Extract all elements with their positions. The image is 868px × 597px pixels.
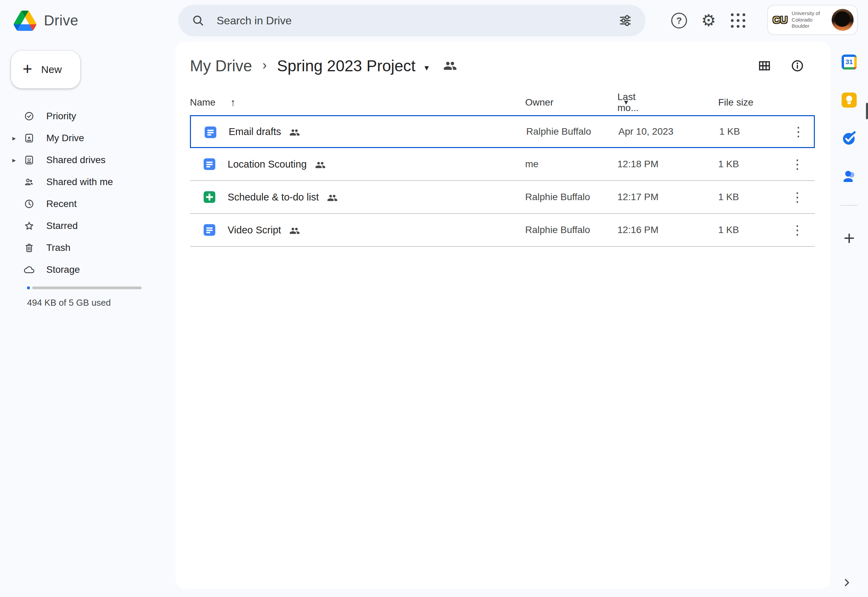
shared-people-icon [289, 127, 300, 138]
more-actions-icon[interactable]: ⋮ [790, 148, 805, 180]
sidebar-item-priority[interactable]: Priority [0, 105, 168, 127]
breadcrumb: My Drive › Spring 2023 Project ▾ [190, 53, 804, 78]
side-panel-divider [841, 205, 858, 206]
shared-with-me-icon [24, 177, 34, 187]
add-icon: + [844, 227, 855, 249]
my-drive-icon [24, 133, 34, 143]
apps-grid-icon [731, 13, 745, 28]
sidebar-item-storage[interactable]: Storage [0, 259, 168, 281]
topbar-actions: ? ⚙ [668, 0, 749, 41]
search-input[interactable] [216, 14, 618, 27]
table-header: Name ↑ Owner Last mo... ▼ File size [190, 92, 815, 113]
file-name: Email drafts [229, 116, 300, 147]
file-size: 1 KB [718, 214, 739, 246]
storage-usage-label: 494 KB of 5 GB used [27, 297, 111, 308]
sidebar-item-my-drive[interactable]: ▸ My Drive [0, 127, 168, 149]
more-actions-icon[interactable]: ⋮ [790, 214, 805, 246]
file-name: Location Scouting [227, 148, 326, 180]
calendar-icon[interactable]: 31 [841, 55, 857, 70]
file-browser-card: My Drive › Spring 2023 Project ▾ Name ↑ … [175, 42, 830, 589]
tasks-icon[interactable] [841, 131, 857, 146]
file-row-email-drafts[interactable]: Email drafts Ralphie Buffalo Apr 10, 202… [190, 115, 815, 148]
docs-file-icon [204, 158, 215, 170]
apps-grid-button[interactable] [727, 9, 749, 32]
contacts-icon[interactable] [841, 169, 857, 184]
sidebar-nav: Priority ▸ My Drive ▸ Shared drives [0, 105, 168, 281]
column-header-name[interactable]: Name [190, 92, 216, 113]
sort-ascending-icon[interactable]: ↑ [230, 92, 235, 113]
view-controls [758, 59, 804, 73]
account-chip[interactable]: CU University of Colorado Boulder [767, 5, 858, 35]
file-owner: Ralphie Buffalo [525, 214, 590, 246]
file-owner: me [525, 148, 538, 180]
file-owner: Ralphie Buffalo [525, 181, 590, 213]
gear-icon: ⚙ [701, 12, 716, 29]
cloud-icon [24, 264, 34, 275]
org-name-line2: Boulder [792, 23, 809, 29]
more-actions-icon[interactable]: ⋮ [790, 181, 805, 213]
new-button[interactable]: + New [11, 51, 80, 88]
sidebar-item-starred[interactable]: Starred [0, 215, 168, 237]
file-modified: 12:16 PM [617, 214, 658, 246]
docs-file-icon [204, 224, 215, 236]
storage-used-segment [27, 287, 30, 289]
org-name: University of Colorado Boulder [792, 10, 832, 30]
org-name-line1: University of Colorado [792, 10, 820, 22]
recent-icon [24, 199, 34, 209]
shared-people-icon [289, 226, 300, 236]
plus-icon: + [22, 61, 32, 77]
shared-people-icon [327, 193, 338, 203]
file-owner: Ralphie Buffalo [526, 116, 591, 147]
file-modified: Apr 10, 2023 [618, 116, 673, 147]
shared-people-icon [315, 160, 326, 170]
folder-menu-caret-icon[interactable]: ▾ [424, 59, 429, 73]
column-header-owner[interactable]: Owner [525, 92, 553, 113]
folder-shared-icon[interactable] [443, 59, 457, 73]
avatar[interactable] [832, 9, 854, 31]
file-row-video-script[interactable]: Video Script Ralphie Buffalo 12:16 PM 1 … [190, 214, 815, 247]
expander-icon[interactable]: ▸ [12, 134, 24, 142]
help-button[interactable]: ? [668, 9, 690, 32]
file-name: Schedule & to-do list [227, 181, 338, 213]
more-actions-icon[interactable]: ⋮ [791, 116, 806, 147]
get-addons-button[interactable]: + [841, 227, 857, 249]
drive-brand[interactable]: Drive [14, 0, 79, 41]
help-icon: ? [671, 13, 687, 28]
star-icon [24, 221, 34, 231]
modified-caret-icon: ▼ [623, 92, 629, 113]
breadcrumb-parent[interactable]: My Drive [190, 56, 252, 75]
grid-view-icon[interactable] [758, 59, 771, 73]
scrollbar-thumb[interactable] [866, 103, 868, 119]
storage-track [32, 287, 141, 289]
google-drive-app: Drive ? ⚙ CU University of Colorado [0, 0, 868, 597]
breadcrumb-current[interactable]: Spring 2023 Project [277, 56, 416, 75]
info-icon[interactable] [791, 59, 804, 73]
trash-icon [24, 243, 34, 253]
app-title: Drive [44, 12, 79, 29]
file-row-schedule-todo[interactable]: Schedule & to-do list Ralphie Buffalo 12… [190, 181, 815, 214]
expander-icon[interactable]: ▸ [12, 156, 24, 164]
drive-logo-icon [14, 10, 36, 31]
search-filters-icon[interactable] [618, 13, 633, 28]
file-row-location-scouting[interactable]: Location Scouting me 12:18 PM 1 KB ⋮ [190, 148, 815, 181]
file-size: 1 KB [718, 148, 739, 180]
search-bar[interactable] [178, 5, 645, 36]
sidebar-item-shared-drives[interactable]: ▸ Shared drives [0, 149, 168, 171]
keep-icon[interactable] [841, 92, 857, 108]
priority-icon [24, 111, 34, 121]
sidebar-item-trash[interactable]: Trash [0, 237, 168, 259]
sheets-file-icon [204, 191, 215, 203]
file-name: Video Script [227, 214, 300, 246]
search-icon [191, 14, 205, 27]
file-modified: 12:18 PM [617, 148, 658, 180]
file-list: Email drafts Ralphie Buffalo Apr 10, 202… [190, 115, 815, 247]
show-side-panel-button[interactable] [838, 575, 855, 591]
file-size: 1 KB [718, 181, 739, 213]
sidebar-item-shared-with-me[interactable]: Shared with me [0, 171, 168, 193]
breadcrumb-separator-icon: › [262, 58, 267, 74]
settings-button[interactable]: ⚙ [697, 9, 720, 32]
column-header-size[interactable]: File size [718, 92, 754, 113]
org-logo: CU [773, 15, 788, 25]
sidebar-item-recent[interactable]: Recent [0, 193, 168, 215]
storage-progress-bar [27, 287, 141, 289]
